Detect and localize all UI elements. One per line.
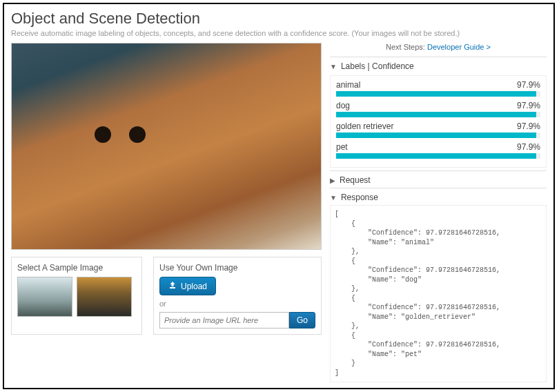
label-confidence: 97.9% (517, 142, 540, 152)
labels-header-text: Labels | Confidence (341, 61, 414, 71)
sample-thumbnail-1[interactable] (17, 277, 72, 317)
confidence-bar-fill (336, 91, 536, 97)
use-own-title: Use Your Own Image (159, 263, 315, 273)
page-subtitle: Receive automatic image labeling of obje… (11, 29, 547, 37)
select-sample-title: Select A Sample Image (17, 263, 136, 273)
sample-thumbnail-2[interactable] (77, 277, 132, 317)
label-confidence: 97.9% (517, 101, 540, 110)
caret-down-icon: ▼ (330, 194, 337, 202)
use-own-panel: Use Your Own Image Upload or Go (153, 257, 322, 335)
label-name: golden retriever (336, 121, 393, 131)
label-row: pet97.9% (336, 142, 540, 159)
label-confidence: 97.9% (517, 121, 540, 131)
confidence-bar-fill (336, 153, 536, 159)
label-confidence: 97.9% (517, 80, 540, 90)
confidence-bar-fill (336, 112, 536, 117)
image-preview (11, 43, 322, 250)
request-header[interactable]: ▶ Request (330, 175, 547, 185)
confidence-bar (336, 112, 540, 117)
label-name: pet (336, 142, 348, 152)
caret-right-icon: ▶ (330, 177, 335, 184)
response-header-text: Response (341, 193, 378, 202)
response-body: [ { "Confidence": 97.97281646728516, "Na… (330, 205, 547, 382)
page-title: Object and Scene Detection (11, 10, 547, 28)
or-label: or (159, 300, 315, 308)
confidence-bar-fill (336, 133, 536, 138)
labels-header[interactable]: ▼ Labels | Confidence (330, 61, 547, 71)
next-steps-prefix: Next Steps: (386, 43, 427, 51)
labels-section: ▼ Labels | Confidence animal97.9%dog97.9… (330, 57, 547, 170)
label-row: animal97.9% (336, 80, 540, 97)
label-name: animal (336, 80, 360, 90)
response-section: ▼ Response [ { "Confidence": 97.97281646… (330, 188, 547, 385)
confidence-bar (336, 91, 540, 97)
request-section: ▶ Request (330, 170, 547, 188)
select-sample-panel: Select A Sample Image (11, 257, 142, 335)
go-button[interactable]: Go (289, 312, 315, 329)
confidence-bar (336, 153, 540, 159)
developer-guide-link[interactable]: Developer Guide > (427, 43, 491, 51)
caret-down-icon: ▼ (330, 63, 337, 70)
response-header[interactable]: ▼ Response (330, 193, 547, 202)
next-steps: Next Steps: Developer Guide > (330, 43, 547, 51)
label-row: dog97.9% (336, 101, 540, 117)
confidence-bar (336, 133, 540, 138)
label-name: dog (336, 101, 350, 110)
upload-button-label: Upload (181, 282, 207, 291)
upload-icon (168, 281, 177, 291)
upload-button[interactable]: Upload (159, 277, 216, 295)
label-row: golden retriever97.9% (336, 121, 540, 138)
image-url-input[interactable] (159, 312, 289, 329)
request-header-text: Request (340, 175, 371, 185)
labels-list: animal97.9%dog97.9%golden retriever97.9%… (330, 75, 547, 168)
